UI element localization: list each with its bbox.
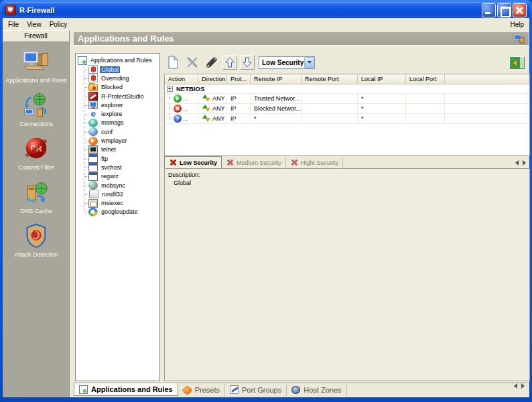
tree-item-wmplayer[interactable]: wmplayer — [82, 136, 159, 145]
sidebar-item-attack-detection[interactable]: Attack Detection — [3, 222, 70, 258]
rule-row[interactable]: ?... ANY IP * * — [165, 114, 529, 124]
rule-group-netbios[interactable]: NETBIOS — [165, 84, 529, 94]
sidebar-item-applications-and-rules[interactable]: Applications and Rules — [3, 48, 70, 84]
tree-item-msiexec[interactable]: msiexec — [82, 198, 159, 207]
tab-hight-security[interactable]: Hight Security — [286, 157, 343, 168]
column-action[interactable]: Action — [165, 74, 198, 84]
deny-icon — [174, 105, 182, 113]
sidebar-item-dns-cache[interactable]: DNS Cache — [3, 179, 70, 214]
tree-item-rundll32[interactable]: rundll32 — [82, 190, 159, 198]
tab-presets[interactable]: Presets — [178, 383, 225, 396]
close-button[interactable] — [513, 3, 527, 17]
sidebar-item-label: Attack Detection — [14, 251, 58, 258]
rules-toolbar: Low Security — [164, 52, 530, 72]
description-label: Description: — [168, 172, 526, 178]
applications-root-icon — [78, 56, 87, 65]
arrow-up-icon — [225, 57, 235, 68]
media-player-icon — [88, 137, 98, 145]
app-window: R-Firewall File View Policy Help Firewal… — [0, 0, 532, 402]
tree-item-ftp[interactable]: ftp — [82, 154, 159, 163]
gear-icon — [88, 65, 98, 74]
column-direction[interactable]: Direction — [198, 74, 227, 84]
sidebar-item-content-filter[interactable]: PR Content Filter — [3, 135, 70, 171]
column-local-port[interactable]: Local Port — [406, 74, 445, 84]
tab-port-groups[interactable]: Port Groups — [225, 383, 287, 396]
move-up-button[interactable] — [222, 55, 237, 70]
tree-item-conf[interactable]: conf — [82, 127, 159, 136]
connections-icon — [22, 92, 50, 119]
applications-tree: Applications and Rules Global Overriding… — [75, 53, 160, 381]
tab-applications-and-rules[interactable]: Applications and Rules — [74, 383, 178, 396]
tree-item-iexplore[interactable]: eiexplore — [82, 109, 159, 118]
column-local-ip[interactable]: Local IP — [358, 74, 406, 84]
window-icon — [88, 154, 98, 163]
collapse-panel-button[interactable] — [509, 56, 525, 69]
scroll-right-icon[interactable] — [521, 383, 525, 389]
security-tabs: Low Security Medium Security Hight Secur… — [164, 156, 530, 168]
content-filter-icon: PR — [22, 135, 50, 162]
folder-icon — [88, 84, 98, 91]
gear-icon — [88, 74, 98, 82]
chevron-down-icon[interactable] — [304, 57, 314, 68]
tree-item-msmsgs[interactable]: msmsgs — [82, 119, 159, 127]
sidebar-item-connections[interactable]: Connections — [3, 92, 70, 127]
tab-low-security[interactable]: Low Security — [164, 156, 222, 168]
menu-view[interactable]: View — [23, 19, 46, 29]
globe-icon — [88, 127, 98, 136]
app-icon — [5, 5, 16, 15]
column-protocol[interactable]: Prot... — [227, 74, 251, 84]
port-groups-tab-icon — [230, 385, 239, 394]
tree-root[interactable]: Applications and Rules — [78, 56, 159, 65]
delete-rule-button[interactable] — [184, 54, 200, 70]
edit-rule-button[interactable] — [203, 54, 220, 70]
bottom-tabs: Applications and Rules Presets Port Grou… — [74, 383, 529, 396]
table-header: Action Direction Prot... Remote IP Remot… — [165, 74, 529, 84]
tab-medium-security[interactable]: Medium Security — [222, 157, 286, 168]
messenger-icon — [88, 119, 98, 127]
pencil-icon — [205, 56, 218, 69]
sidebar-header-firewall[interactable]: Firewall — [3, 30, 69, 42]
tree-item-mobsync[interactable]: mobsync — [82, 181, 159, 190]
internet-explorer-icon: e — [88, 110, 98, 119]
column-remote-ip[interactable]: Remote IP — [251, 74, 302, 84]
scroll-left-icon[interactable] — [515, 160, 519, 165]
tree-item-regwiz[interactable]: regwiz — [82, 172, 159, 181]
direction-icon — [202, 115, 210, 123]
tree-item-googleupdate[interactable]: googleupdate — [82, 208, 159, 216]
menu-help[interactable]: Help — [506, 19, 528, 29]
scroll-right-icon[interactable] — [523, 160, 526, 165]
security-level-dropdown[interactable]: Low Security — [259, 56, 315, 69]
pinwheel-icon — [88, 208, 98, 216]
host-zones-tab-icon — [291, 386, 300, 394]
window-title: R-Firewall — [19, 6, 482, 14]
direction-icon — [202, 105, 210, 113]
tree-item-svchost[interactable]: svchost — [82, 163, 159, 172]
column-filler — [445, 74, 529, 84]
security-tab-icon — [169, 159, 177, 166]
presets-tab-icon — [183, 387, 192, 394]
tree-item-telnet[interactable]: telnet — [82, 145, 159, 154]
tree-item-r-protectstudio[interactable]: R-ProtectStudio — [82, 92, 159, 100]
menu-policy[interactable]: Policy — [46, 19, 72, 29]
tree-item-global[interactable]: Global — [82, 65, 159, 74]
menu-bar: File View Policy Help — [3, 18, 529, 30]
minimize-button[interactable] — [482, 3, 496, 17]
tree-item-overriding[interactable]: Overriding — [82, 74, 159, 82]
rule-row[interactable]: ... ANY IP Blocked Networ... * — [165, 104, 529, 114]
new-rule-button[interactable] — [164, 54, 181, 70]
expand-icon[interactable] — [167, 86, 173, 92]
menu-file[interactable]: File — [4, 19, 23, 29]
tree-item-blocked[interactable]: Blocked — [82, 83, 159, 92]
allow-icon — [174, 94, 182, 103]
column-remote-port[interactable]: Remote Port — [302, 74, 358, 84]
security-tab-icon — [290, 159, 298, 166]
sidebar-item-label: Content Filter — [18, 164, 54, 171]
sidebar-item-label: Connections — [19, 121, 53, 127]
move-down-button[interactable] — [240, 55, 255, 70]
maximize-button[interactable] — [497, 3, 511, 17]
rule-row[interactable]: ... ANY IP Trusted Networ... * — [165, 94, 529, 104]
page-title: Applications and Rules — [78, 34, 513, 44]
page-header: Applications and Rules — [74, 32, 529, 46]
tab-host-zones[interactable]: Host Zones — [287, 383, 346, 396]
scroll-left-icon[interactable] — [514, 383, 517, 389]
